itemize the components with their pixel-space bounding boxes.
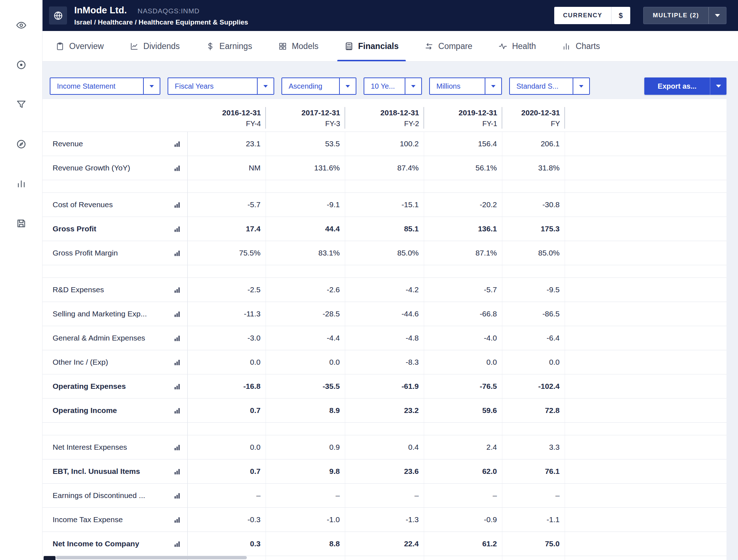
mini-bar-chart-icon[interactable] xyxy=(174,541,180,547)
horizontal-scrollbar[interactable] xyxy=(56,556,247,559)
tab-earnings[interactable]: Earnings xyxy=(193,31,265,61)
mini-bar-chart-icon[interactable] xyxy=(174,359,180,365)
mini-bar-chart-icon[interactable] xyxy=(174,335,180,341)
row-filler xyxy=(565,459,726,483)
mini-bar-chart-icon[interactable] xyxy=(174,141,180,147)
chevron-down-icon[interactable] xyxy=(485,78,501,94)
dropdown-period-type[interactable]: Fiscal Years xyxy=(168,77,274,95)
bars-icon xyxy=(562,42,571,51)
dropdown-statement-type[interactable]: Income Statement xyxy=(50,77,160,95)
tab-compare[interactable]: Compare xyxy=(412,31,485,61)
chevron-down-icon[interactable] xyxy=(710,77,726,95)
mini-bar-chart-icon[interactable] xyxy=(174,250,180,256)
mini-bar-chart-icon[interactable] xyxy=(174,517,180,523)
tab-overview[interactable]: Overview xyxy=(43,31,117,61)
sidebar-button-target[interactable] xyxy=(13,57,29,73)
row-filler xyxy=(565,532,726,556)
table-cell: -66.8 xyxy=(424,302,502,326)
row-label: Operating Income xyxy=(53,406,117,415)
mini-bar-chart-icon[interactable] xyxy=(174,383,180,390)
sidebar-button-bar-chart[interactable] xyxy=(13,176,29,192)
table-cell: -20.2 xyxy=(424,193,502,217)
row-label-cell: Other Inc / (Exp) xyxy=(43,350,188,374)
table-row-gross-profit: Gross Profit17.444.485.1136.1175.3 xyxy=(43,217,726,241)
chevron-down-icon[interactable] xyxy=(405,78,421,94)
dropdown-year-range[interactable]: 10 Ye... xyxy=(364,77,422,95)
row-label: Revenue Growth (YoY) xyxy=(53,164,130,172)
currency-button[interactable]: CURRENCY xyxy=(554,7,611,24)
sidebar-button-eye[interactable] xyxy=(13,17,29,33)
table-spacer-row xyxy=(43,180,726,193)
table-cell: 75.5% xyxy=(188,241,266,265)
sidebar-button-save[interactable] xyxy=(13,215,29,231)
table-cell: 17.4 xyxy=(188,217,266,241)
dropdown-sort-order[interactable]: Ascending xyxy=(281,77,356,95)
table-cell: -1.0 xyxy=(266,508,345,532)
tab-label: Overview xyxy=(69,41,104,51)
table-cell: 85.0% xyxy=(502,241,565,265)
table-cell: 83.1% xyxy=(266,241,345,265)
tab-models[interactable]: Models xyxy=(265,31,332,61)
dropdown-template-style[interactable]: Standard S... xyxy=(509,77,590,95)
table-toolbar: Income StatementFiscal YearsAscending10 … xyxy=(50,77,726,95)
table-cell: 76.1 xyxy=(502,459,565,483)
spacer-cell xyxy=(565,180,726,192)
row-filler xyxy=(565,326,726,350)
multiple-dropdown[interactable]: MULTIPLE (2) xyxy=(643,7,726,24)
mini-bar-chart-icon[interactable] xyxy=(174,226,180,232)
multiple-dropdown-label: MULTIPLE (2) xyxy=(644,7,708,24)
table-cell: -4.4 xyxy=(266,326,345,350)
tab-charts[interactable]: Charts xyxy=(549,31,613,61)
table-cell: 62.0 xyxy=(424,459,502,483)
column-header-fy-1: 2019-12-31FY-1 xyxy=(424,99,502,132)
column-header-fy-3: 2017-12-31FY-3 xyxy=(266,99,345,132)
ticker-symbol: NASDAQGS:INMD xyxy=(138,7,200,15)
currency-symbol-button[interactable]: $ xyxy=(612,7,630,24)
dropdown-units[interactable]: Millions xyxy=(429,77,502,95)
mini-bar-chart-icon[interactable] xyxy=(174,493,180,499)
spacer-cell xyxy=(502,180,565,192)
table-cell: 0.7 xyxy=(188,459,266,483)
tab-dividends[interactable]: Dividends xyxy=(117,31,193,61)
row-filler xyxy=(565,556,726,560)
row-filler xyxy=(565,217,726,241)
table-cell: 0.0 xyxy=(188,435,266,459)
table-cell: -15.1 xyxy=(345,193,424,217)
tab-financials[interactable]: Financials xyxy=(332,31,412,61)
column-date: 2020-12-31 xyxy=(521,108,560,117)
sidebar-button-compass[interactable] xyxy=(13,136,29,152)
mini-bar-chart-icon[interactable] xyxy=(174,311,180,317)
row-filler xyxy=(565,302,726,326)
table-cell: -102.4 xyxy=(502,374,565,398)
chevron-down-icon[interactable] xyxy=(339,78,356,94)
row-label: Income Tax Expense xyxy=(53,515,123,524)
export-button[interactable]: Export as... xyxy=(644,77,726,95)
mini-bar-chart-icon[interactable] xyxy=(174,468,180,475)
tab-health[interactable]: Health xyxy=(485,31,549,61)
globe-icon xyxy=(53,11,63,21)
table-cell: 175.3 xyxy=(502,217,565,241)
mini-bar-chart-icon[interactable] xyxy=(174,287,180,293)
sidebar-button-filter[interactable] xyxy=(13,97,29,112)
row-filler xyxy=(565,374,726,398)
mini-bar-chart-icon[interactable] xyxy=(174,444,180,450)
row-label: General & Admin Expenses xyxy=(53,334,145,342)
currency-toggle: CURRENCY $ xyxy=(554,7,630,24)
mini-bar-chart-icon[interactable] xyxy=(174,165,180,171)
table-cell: -16.8 xyxy=(188,374,266,398)
table-cell: -2.5 xyxy=(188,278,266,302)
chevron-down-icon[interactable] xyxy=(709,7,726,24)
chevron-down-icon[interactable] xyxy=(257,78,274,94)
chevron-down-icon[interactable] xyxy=(143,78,160,94)
spacer-cell xyxy=(502,423,565,435)
table-cell: 44.4 xyxy=(266,217,345,241)
table-cell: -1.1 xyxy=(502,508,565,532)
mini-bar-chart-icon[interactable] xyxy=(174,202,180,208)
table-row-operating-expenses: Operating Expenses-16.8-35.5-61.9-76.5-1… xyxy=(43,374,726,399)
breadcrumb: Israel / Healthcare / Healthcare Equipme… xyxy=(74,18,248,26)
row-label: Gross Profit Margin xyxy=(53,249,118,257)
chevron-down-icon[interactable] xyxy=(573,78,589,94)
row-label: Cost of Revenues xyxy=(53,200,113,209)
mini-bar-chart-icon[interactable] xyxy=(174,408,180,414)
row-label: R&D Expenses xyxy=(53,285,104,294)
